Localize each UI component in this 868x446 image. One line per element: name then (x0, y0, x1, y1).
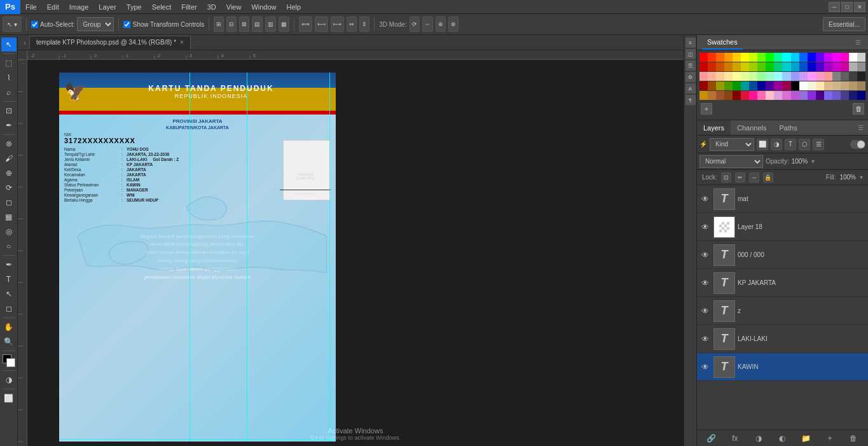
close-button[interactable]: ✕ (854, 2, 865, 12)
gradient-tool[interactable]: ▦ (1, 210, 17, 224)
swatch[interactable] (857, 81, 865, 90)
delete-swatch-button[interactable]: 🗑 (853, 103, 864, 115)
layer-eye-kp[interactable]: 👁 (699, 277, 711, 289)
arrange-2[interactable]: ⟻ (315, 17, 328, 32)
swatch[interactable] (766, 81, 774, 90)
essential-button[interactable]: Essential... (823, 17, 865, 31)
3d-btn-2[interactable]: ↔ (422, 17, 433, 32)
swatch[interactable] (816, 62, 824, 71)
swatch[interactable] (774, 53, 782, 62)
swatch[interactable] (699, 53, 708, 62)
swatch[interactable] (799, 62, 808, 71)
paths-tab[interactable]: Paths (773, 120, 804, 135)
arrange-5[interactable]: ⇕ (359, 17, 369, 32)
layer-row-kawin[interactable]: 👁 T KAWIN (697, 353, 868, 381)
swatch[interactable] (782, 81, 790, 90)
menu-edit[interactable]: Edit (42, 0, 64, 13)
swatch[interactable] (824, 62, 832, 71)
layer-eye-laki[interactable]: 👁 (699, 333, 711, 345)
new-layer-button[interactable]: + (823, 433, 837, 444)
history-brush-tool[interactable]: ⟳ (1, 181, 17, 195)
channels-tab[interactable]: Channels (731, 120, 773, 135)
layer-row-18[interactable]: 👁 Layer 18 (697, 213, 868, 241)
delete-layer-button[interactable]: 🗑 (846, 433, 860, 444)
swatch[interactable] (832, 81, 841, 90)
opacity-value[interactable]: 100% (792, 158, 808, 165)
swatch[interactable] (699, 62, 708, 71)
hand-tool[interactable]: ✋ (1, 320, 17, 334)
screen-mode-toggle[interactable]: ⬜ (1, 391, 17, 405)
panel-icon-4[interactable]: ⚙ (685, 72, 696, 82)
swatch[interactable] (716, 62, 724, 71)
swatch[interactable] (799, 72, 808, 81)
pen-tool[interactable]: ✒ (1, 258, 17, 272)
move-tool[interactable]: ↖ (1, 38, 17, 52)
swatch[interactable] (832, 72, 841, 81)
3d-btn-4[interactable]: ⊗ (448, 17, 458, 32)
swatch[interactable] (824, 91, 832, 100)
swatch[interactable] (774, 72, 782, 81)
swatch[interactable] (857, 72, 865, 81)
swatch[interactable] (708, 81, 716, 90)
swatch[interactable] (733, 91, 741, 100)
layer-eye-z[interactable]: 👁 (699, 305, 711, 317)
swatch[interactable] (808, 62, 816, 71)
swatch[interactable] (724, 91, 733, 100)
swatch[interactable] (791, 72, 799, 81)
menu-image[interactable]: Image (64, 0, 94, 13)
3d-btn-3[interactable]: ⊕ (436, 17, 446, 32)
swatch[interactable] (724, 72, 733, 81)
swatch[interactable] (841, 81, 849, 90)
canvas-document[interactable]: 🦅 KARTU TANDA PENDUDUK REPUBLIK INDONESI… (27, 60, 684, 446)
panel-icon-6[interactable]: ¶ (685, 95, 696, 105)
swatch[interactable] (832, 53, 841, 62)
swatch[interactable] (791, 53, 799, 62)
filter-toggle-btn[interactable] (850, 140, 865, 149)
swatch[interactable] (841, 72, 849, 81)
swatch[interactable] (782, 91, 790, 100)
swatch[interactable] (699, 81, 708, 90)
fill-arrow[interactable]: ▾ (860, 174, 863, 181)
path-select-tool[interactable]: ↖ (1, 287, 17, 301)
swatch[interactable] (724, 81, 733, 90)
crop-tool[interactable]: ⊡ (1, 104, 17, 118)
swatch[interactable] (708, 62, 716, 71)
swatch[interactable] (824, 72, 832, 81)
swatch[interactable] (782, 53, 790, 62)
swatch[interactable] (857, 91, 865, 100)
swatch[interactable] (724, 53, 733, 62)
transform-align-3[interactable]: ⊠ (239, 17, 249, 32)
transform-align-2[interactable]: ⊟ (226, 17, 237, 32)
menu-3d[interactable]: 3D (202, 0, 221, 13)
swatch[interactable] (733, 72, 741, 81)
layer-eye-mat[interactable]: 👁 (699, 193, 711, 205)
swatches-menu-icon[interactable]: ☰ (853, 38, 863, 48)
swatch[interactable] (757, 81, 766, 90)
swatch[interactable] (741, 81, 749, 90)
text-tool[interactable]: T (1, 272, 17, 286)
swatch[interactable] (766, 72, 774, 81)
swatch[interactable] (841, 53, 849, 62)
swatch[interactable] (757, 72, 766, 81)
lock-draw-btn[interactable]: ✏ (735, 172, 745, 183)
zoom-tool[interactable]: 🔍 (1, 335, 17, 349)
swatch[interactable] (741, 53, 749, 62)
layer-row-kp-jakarta[interactable]: 👁 T KP JAKARTA (697, 269, 868, 297)
swatch[interactable] (782, 72, 790, 81)
panel-icon-3[interactable]: ☰ (685, 60, 696, 71)
filter-kind-dropdown[interactable]: Kind Name Effect Mode Attribute Color Sm… (710, 138, 754, 151)
swatch[interactable] (791, 81, 799, 90)
menu-file[interactable]: File (20, 0, 42, 13)
swatch[interactable] (733, 53, 741, 62)
swatch[interactable] (791, 91, 799, 100)
swatch[interactable] (749, 91, 757, 100)
menu-help[interactable]: Help (282, 0, 307, 13)
swatch[interactable] (757, 91, 766, 100)
swatch[interactable] (816, 53, 824, 62)
link-layers-button[interactable]: 🔗 (705, 433, 719, 444)
swatch[interactable] (766, 53, 774, 62)
swatch[interactable] (749, 62, 757, 71)
eyedropper-tool[interactable]: ✒ (1, 118, 17, 132)
swatch[interactable] (808, 91, 816, 100)
filter-adj-icon[interactable]: ◑ (771, 139, 782, 150)
